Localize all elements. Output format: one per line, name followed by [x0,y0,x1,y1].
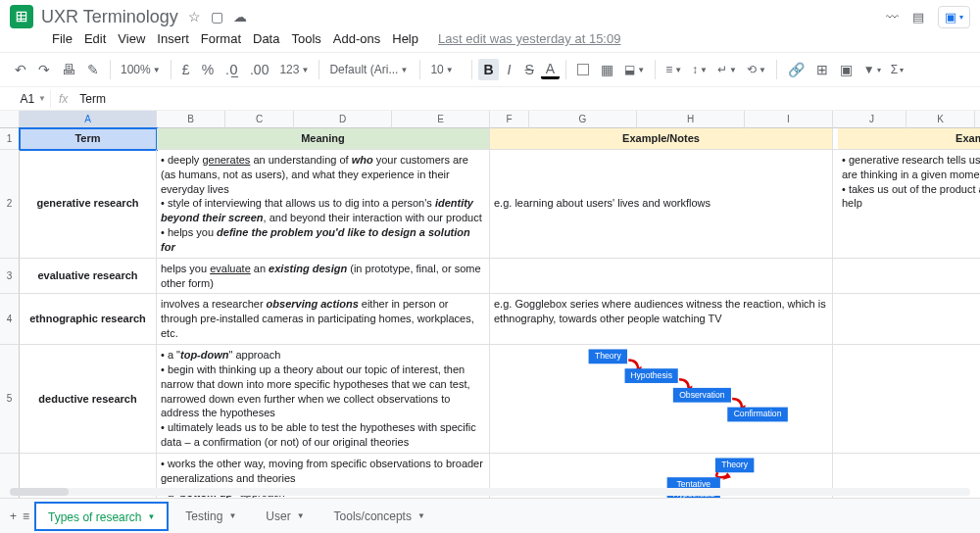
select-all-corner[interactable] [0,111,20,128]
menu-edit[interactable]: Edit [79,29,111,48]
row-5[interactable]: 5 [0,345,20,454]
bold-button[interactable]: B [478,59,498,80]
meaning-generative[interactable]: • deeply generates an understanding of w… [157,150,490,259]
cloud-icon[interactable]: ☁ [233,9,247,24]
term-ethnographic[interactable]: ethnographic research [20,294,157,345]
row-2[interactable]: 2 [0,150,20,259]
svg-text:Confirmation: Confirmation [734,409,782,418]
print-button[interactable]: 🖶 [57,59,80,80]
term-generative[interactable]: generative research [20,150,157,259]
chart-button[interactable]: ▣ [835,59,858,80]
col-C[interactable]: C [225,111,294,128]
zoom-select[interactable]: 100%▼ [117,63,165,76]
example-generative[interactable]: e.g. learning about users' lives and wor… [490,150,833,259]
menubar: File Edit View Insert Format Data Tools … [0,27,980,52]
increase-decimal-button[interactable]: .00 [245,59,273,80]
svg-text:Theory: Theory [595,351,621,361]
svg-text:Theory: Theory [721,460,748,469]
last-edit[interactable]: Last edit was yesterday at 15:09 [433,29,625,48]
col-I[interactable]: I [745,111,833,128]
diagram-deductive: Theory Hypothesis Observation Confirmati… [490,345,833,454]
toolbar: ↶ ↷ 🖶 ✎ 100%▼ £ % .0̲ .00 123▼ Default (… [0,52,980,87]
col-D[interactable]: D [294,111,392,128]
header-example2[interactable]: Example/Notes [838,128,980,150]
menu-format[interactable]: Format [196,29,246,48]
menu-view[interactable]: View [113,29,150,48]
font-size-select[interactable]: 10▼ [426,63,466,76]
doc-title[interactable]: UXR Terminology [41,7,178,27]
text-color-button[interactable]: A [541,61,560,79]
share-button[interactable]: ▣▾ [938,6,970,28]
redo-button[interactable]: ↷ [33,59,55,80]
fx-icon: fx [51,92,75,106]
more-formats[interactable]: 123▼ [275,63,313,76]
functions-button[interactable]: Σ▾ [887,63,907,76]
sheet-tabs-bar: + ≡ Types of research▼ Testing▼ User▼ To… [0,498,980,503]
example-ethnographic[interactable]: e.g. Gogglebox series where audiences wi… [490,294,833,345]
row-3[interactable]: 3 [0,259,20,295]
wrap-button[interactable]: ↵▼ [713,63,741,76]
cell-A1[interactable]: Term [20,128,157,150]
merge-button[interactable]: ⬓▼ [620,63,649,76]
comments-icon[interactable]: ▤ [912,10,924,24]
undo-button[interactable]: ↶ [10,59,31,80]
col-E[interactable]: E [392,111,490,128]
borders-button[interactable]: ▦ [596,59,618,80]
font-select[interactable]: Default (Ari...▼ [325,63,414,76]
comment-button[interactable]: ⊞ [811,59,833,80]
fill-color-button[interactable] [572,61,594,78]
col-J[interactable]: J [838,111,906,128]
menu-help[interactable]: Help [387,29,423,48]
col-G[interactable]: G [529,111,637,128]
link-button[interactable]: 🔗 [783,59,809,80]
menu-addons[interactable]: Add-ons [328,29,385,48]
name-box[interactable]: A1▼ [0,90,51,108]
meaning-evaluative[interactable]: helps you evaluate an existing design (i… [157,259,490,295]
term-deductive[interactable]: deductive research [20,345,157,454]
col-A[interactable]: A [20,111,157,128]
star-icon[interactable]: ☆ [188,9,201,24]
menu-insert[interactable]: Insert [152,29,194,48]
tab-types-of-research[interactable]: Types of research▼ [35,503,168,504]
move-icon[interactable]: ▢ [211,9,223,24]
paint-format-button[interactable]: ✎ [82,59,104,80]
rotate-button[interactable]: ⟲▼ [743,63,770,76]
header-meaning[interactable]: Meaning [157,128,490,150]
col-L[interactable]: L [975,111,980,128]
decrease-decimal-button[interactable]: .0̲ [220,59,243,80]
row-4[interactable]: 4 [0,294,20,345]
currency-gbp-button[interactable]: £ [177,59,195,80]
svg-text:Observation: Observation [679,390,725,400]
italic-button[interactable]: I [501,59,518,80]
menu-data[interactable]: Data [248,29,284,48]
menu-tools[interactable]: Tools [286,29,325,48]
sheets-logo-icon[interactable] [10,5,33,28]
col-K[interactable]: K [906,111,975,128]
svg-text:Hypothesis: Hypothesis [630,370,672,380]
spreadsheet-grid[interactable]: A B C D E F G H I J K L 1 Term Meaning E… [0,111,980,503]
header-example[interactable]: Example/Notes [490,128,833,150]
strike-button[interactable]: S [520,59,539,80]
row-1[interactable]: 1 [0,128,20,150]
col-F[interactable]: F [490,111,529,128]
meaning-ethnographic[interactable]: involves a researcher observing actions … [157,294,490,345]
formula-input[interactable]: Term [75,92,980,106]
activity-icon[interactable]: 〰 [886,10,899,24]
menu-file[interactable]: File [47,29,77,48]
col-H[interactable]: H [637,111,745,128]
meaning-deductive[interactable]: • a "top-down" approach • begin with thi… [157,345,490,454]
halign-button[interactable]: ≡▼ [662,63,686,76]
term-evaluative[interactable]: evaluative research [20,259,157,295]
filter-button[interactable]: ▼▾ [859,63,885,76]
horizontal-scrollbar[interactable] [10,488,970,496]
example2-generative[interactable]: • generative research tells us why peopl… [838,150,980,259]
col-B[interactable]: B [157,111,225,128]
percent-button[interactable]: % [197,59,219,80]
valign-button[interactable]: ↕▼ [688,63,711,76]
